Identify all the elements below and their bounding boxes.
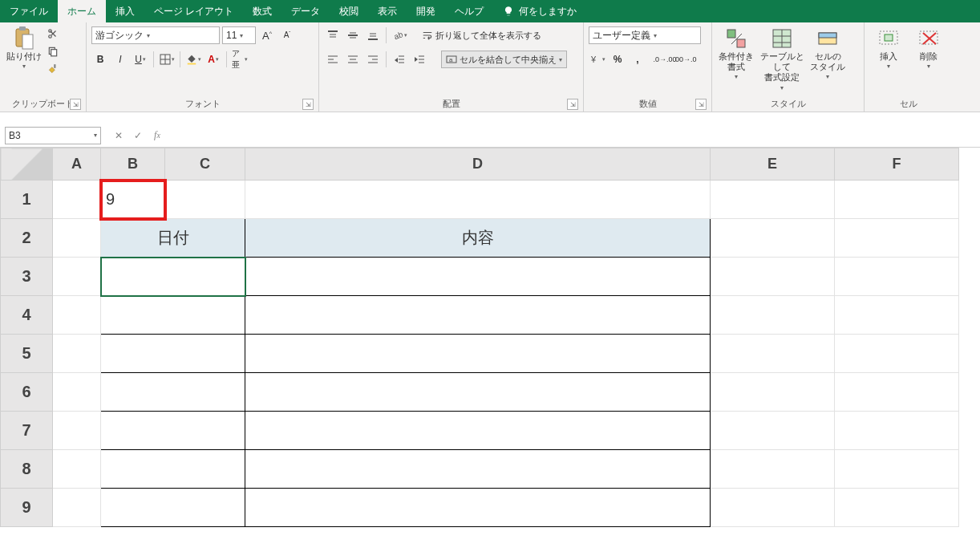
cell-E9[interactable]: [711, 489, 835, 527]
name-box[interactable]: B3 ▾: [5, 127, 101, 144]
align-center-button[interactable]: [344, 51, 362, 68]
row-header-4[interactable]: 4: [1, 296, 53, 335]
align-middle-button[interactable]: [344, 26, 362, 44]
font-color-button[interactable]: A: [205, 51, 222, 68]
cell-A5[interactable]: [53, 335, 101, 373]
decrease-decimal-button[interactable]: .00→.0: [676, 51, 694, 68]
tell-me-search[interactable]: 何をしますか: [493, 0, 586, 22]
cell-F7[interactable]: [835, 412, 959, 450]
cell-A3[interactable]: [53, 258, 101, 296]
cell-B5C5[interactable]: [101, 335, 245, 373]
italic-button[interactable]: I: [111, 51, 129, 68]
orientation-button[interactable]: ab: [391, 26, 408, 44]
underline-button[interactable]: U: [132, 51, 149, 68]
cell-E8[interactable]: [711, 450, 835, 489]
cell-styles-button[interactable]: セルの スタイル▾: [808, 26, 847, 83]
alignment-launcher[interactable]: ⇲: [567, 99, 578, 110]
cell-D8[interactable]: [245, 450, 711, 489]
bold-button[interactable]: B: [91, 51, 109, 68]
copy-button[interactable]: [45, 43, 61, 59]
cell-F2[interactable]: [835, 219, 959, 258]
accounting-format-button[interactable]: ¥: [589, 51, 606, 68]
row-header-1[interactable]: 1: [1, 181, 53, 219]
cell-E4[interactable]: [711, 296, 835, 335]
font-name-select[interactable]: 游ゴシック▾: [91, 26, 220, 44]
cell-E5[interactable]: [711, 335, 835, 373]
tab-page-layout[interactable]: ページ レイアウト: [144, 0, 243, 22]
cell-F4[interactable]: [835, 296, 959, 335]
cell-D3[interactable]: [245, 258, 711, 296]
cell-A6[interactable]: [53, 373, 101, 412]
row-header-2[interactable]: 2: [1, 219, 53, 258]
cell-B9C9[interactable]: [101, 489, 245, 527]
cell-F8[interactable]: [835, 450, 959, 489]
cell-D5[interactable]: [245, 335, 711, 373]
percent-button[interactable]: %: [609, 51, 626, 68]
font-launcher[interactable]: ⇲: [302, 99, 314, 110]
row-header-9[interactable]: 9: [1, 489, 53, 527]
cell-A8[interactable]: [53, 450, 101, 489]
col-header-D[interactable]: D: [245, 148, 711, 181]
cell-D2[interactable]: 内容: [245, 219, 711, 258]
decrease-font-button[interactable]: Aˇ: [278, 26, 296, 44]
cell-C1[interactable]: [165, 181, 245, 219]
cell-E7[interactable]: [711, 412, 835, 450]
font-size-select[interactable]: 11▾: [222, 26, 256, 44]
cell-D1[interactable]: [245, 181, 711, 219]
borders-button[interactable]: [158, 51, 176, 68]
paste-button[interactable]: 貼り付け ▾: [5, 26, 43, 72]
row-header-5[interactable]: 5: [1, 335, 53, 373]
merge-center-button[interactable]: a セルを結合して中央揃え ▾: [441, 51, 567, 68]
cell-F9[interactable]: [835, 489, 959, 527]
confirm-edit-button[interactable]: ✓: [128, 127, 148, 144]
tab-help[interactable]: ヘルプ: [445, 0, 493, 22]
cell-A2[interactable]: [53, 219, 101, 258]
cell-B8C8[interactable]: [101, 450, 245, 489]
cell-B7C7[interactable]: [101, 412, 245, 450]
row-header-6[interactable]: 6: [1, 373, 53, 412]
insert-function-button[interactable]: fx: [148, 127, 167, 144]
cell-F3[interactable]: [835, 258, 959, 296]
align-bottom-button[interactable]: [364, 26, 382, 44]
number-format-select[interactable]: ユーザー定義▾: [589, 26, 701, 44]
tab-home[interactable]: ホーム: [58, 0, 106, 22]
cell-B1[interactable]: 9: [101, 181, 165, 219]
select-all-corner[interactable]: [1, 148, 53, 181]
cell-A4[interactable]: [53, 296, 101, 335]
delete-cells-button[interactable]: 削除▾: [909, 26, 948, 72]
format-painter-button[interactable]: [45, 61, 61, 77]
row-header-3[interactable]: 3: [1, 258, 53, 296]
align-top-button[interactable]: [324, 26, 342, 44]
cell-B2C2[interactable]: 日付: [101, 219, 245, 258]
tab-developer[interactable]: 開発: [407, 0, 445, 22]
increase-font-button[interactable]: A^: [258, 26, 276, 44]
align-left-button[interactable]: [324, 51, 342, 68]
insert-cells-button[interactable]: 挿入▾: [869, 26, 908, 72]
fill-color-button[interactable]: [184, 51, 202, 68]
tab-review[interactable]: 校閲: [330, 0, 368, 22]
worksheet-grid[interactable]: A B C D E F 1 9 2 日付 内容 3 4: [0, 148, 980, 527]
tab-insert[interactable]: 挿入: [106, 0, 144, 22]
col-header-C[interactable]: C: [165, 148, 245, 181]
cell-D7[interactable]: [245, 412, 711, 450]
cell-B6C6[interactable]: [101, 373, 245, 412]
tab-data[interactable]: データ: [281, 0, 330, 22]
align-right-button[interactable]: [364, 51, 382, 68]
decrease-indent-button[interactable]: [391, 51, 408, 68]
wrap-text-button[interactable]: 折り返して全体を表示する: [421, 26, 542, 44]
row-header-7[interactable]: 7: [1, 412, 53, 450]
increase-indent-button[interactable]: [411, 51, 428, 68]
cell-B3C3[interactable]: [101, 258, 245, 296]
cell-E1[interactable]: [711, 181, 835, 219]
tab-file[interactable]: ファイル: [0, 0, 58, 22]
cell-F5[interactable]: [835, 335, 959, 373]
phonetic-button[interactable]: ア亜: [231, 51, 249, 68]
tab-view[interactable]: 表示: [368, 0, 407, 22]
number-launcher[interactable]: ⇲: [695, 99, 707, 110]
cell-D6[interactable]: [245, 373, 711, 412]
format-as-table-button[interactable]: テーブルとして 書式設定▾: [757, 26, 807, 93]
col-header-E[interactable]: E: [711, 148, 835, 181]
cell-F6[interactable]: [835, 373, 959, 412]
clipboard-launcher[interactable]: ⇲: [70, 99, 81, 110]
conditional-format-button[interactable]: 条件付き 書式▾: [717, 26, 755, 83]
